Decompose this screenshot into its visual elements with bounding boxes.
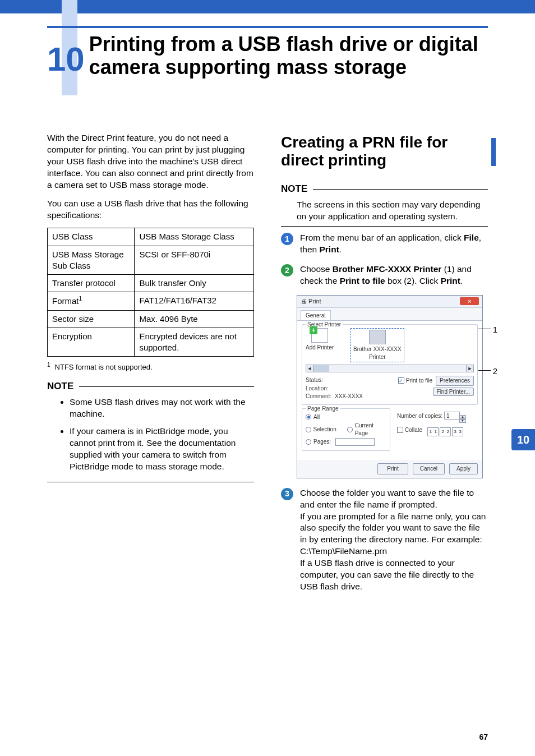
cancel-button[interactable]: Cancel (413, 463, 445, 474)
spec-value: Encrypted devices are not supported. (135, 328, 254, 357)
step-1-text: From the menu bar of an application, cli… (300, 232, 488, 256)
note-bullet: If your camera is in PictBridge mode, yo… (70, 426, 254, 473)
table-row: Transfer protocol Bulk transfer Only (48, 275, 254, 292)
table-row: Format1 FAT12/FAT16/FAT32 (48, 292, 254, 310)
spec-key: USB Class (48, 228, 135, 246)
section-title-rule (491, 138, 496, 166)
heading-rule (47, 26, 488, 28)
right-column: Creating a PRN file for direct printing … (281, 132, 488, 722)
callout-1: 1 (493, 324, 497, 335)
find-printer-button[interactable]: Find Printer... (433, 388, 474, 396)
step-1: 1 From the menu bar of an application, c… (281, 232, 488, 256)
radio-current-page[interactable] (347, 427, 353, 432)
printer-scrollbar[interactable]: ◄ ► (306, 365, 474, 372)
note-bullet: Some USB flash drives may not work with … (70, 397, 254, 420)
note-header: NOTE (281, 183, 488, 196)
comment-label: Comment: (306, 393, 335, 400)
collate-icon: 11 22 33 (427, 427, 463, 436)
table-row: Encryption Encrypted devices are not sup… (48, 328, 254, 357)
num-copies-label: Number of copies: (397, 413, 442, 419)
spec-key: USB Mass Storage Sub Class (48, 246, 135, 275)
step-2-text: Choose Brother MFC-XXXX Printer (1) and … (300, 264, 488, 287)
add-printer[interactable]: Add Printer (306, 328, 334, 352)
brother-printer[interactable]: Brother XXX-XXXX Printer (350, 328, 404, 362)
radio-selection[interactable] (306, 427, 311, 432)
note-body: Some USB flash drives may not work with … (47, 393, 254, 482)
step-3: 3 Choose the folder you want to save the… (281, 487, 488, 593)
spec-value: FAT12/FAT16/FAT32 (135, 292, 254, 310)
radio-pages[interactable]: Pages: (306, 438, 386, 446)
spec-value: Bulk transfer Only (135, 275, 254, 292)
comment-value: XXX-XXXX (335, 393, 363, 400)
location-label: Location: (306, 385, 335, 393)
callout-2: 2 (493, 366, 497, 377)
table-row: Sector size Max. 4096 Byte (48, 310, 254, 328)
print-dialog-screenshot: 🖨 Print ✕ General Select Printer Add Pri… (297, 295, 483, 478)
chapter-number: 10 (47, 33, 85, 76)
section-title: Creating a PRN file for direct printing (281, 133, 488, 169)
spec-value: Max. 4096 Byte (135, 310, 254, 328)
copies-spinner[interactable]: ▲▼ (459, 415, 466, 423)
top-blue-bar (0, 0, 535, 13)
step-number-2: 2 (281, 264, 293, 276)
pages-input[interactable] (335, 438, 375, 446)
footnote: 1NTFS format is not supported. (47, 361, 254, 372)
intro-paragraph-1: With the Direct Print feature, you do no… (47, 132, 254, 191)
collate-checkbox[interactable]: Collate (397, 426, 422, 434)
side-tab: 10 (511, 429, 535, 450)
step-number-3: 3 (281, 488, 293, 500)
step-number-1: 1 (281, 233, 293, 245)
spec-value: USB Mass Storage Class (135, 228, 254, 246)
preferences-button[interactable]: Preferences (436, 376, 474, 386)
step-3-text: Choose the folder you want to save the f… (300, 487, 488, 593)
spec-table: USB Class USB Mass Storage Class USB Mas… (47, 228, 254, 357)
step-2: 2 Choose Brother MFC-XXXX Printer (1) an… (281, 264, 488, 287)
close-icon[interactable]: ✕ (460, 297, 479, 305)
spec-key: Sector size (48, 310, 135, 328)
table-row: USB Mass Storage Sub Class SCSI or SFF-8… (48, 246, 254, 275)
intro-paragraph-2: You can use a USB flash drive that has t… (47, 198, 254, 222)
note-header: NOTE (47, 380, 254, 393)
copies-input[interactable]: 1 (444, 412, 460, 420)
group-page-range: Page Range (306, 405, 340, 413)
spec-key: Transfer protocol (48, 275, 135, 292)
print-to-file-checkbox[interactable]: ✓Print to file (398, 376, 432, 386)
apply-button[interactable]: Apply (449, 463, 478, 474)
print-button[interactable]: Print (377, 463, 408, 474)
tab-general[interactable]: General (301, 310, 331, 321)
spec-value: SCSI or SFF-8070i (135, 246, 254, 275)
spec-key: Format1 (48, 292, 135, 310)
chapter-title: Printing from a USB flash drive or digit… (85, 33, 488, 79)
note-body: The screens in this section may vary dep… (281, 196, 488, 227)
table-row: USB Class USB Mass Storage Class (48, 228, 254, 246)
status-label: Status: (306, 376, 335, 384)
chapter-heading: 10 Printing from a USB flash drive or di… (47, 33, 488, 79)
dialog-title: 🖨 Print (301, 297, 321, 306)
spec-key: Encryption (48, 328, 135, 357)
left-column: With the Direct Print feature, you do no… (47, 132, 254, 722)
note-label: NOTE (47, 380, 73, 393)
page-number: 67 (479, 732, 488, 741)
note-label: NOTE (281, 183, 307, 196)
radio-all[interactable]: All (306, 413, 386, 421)
